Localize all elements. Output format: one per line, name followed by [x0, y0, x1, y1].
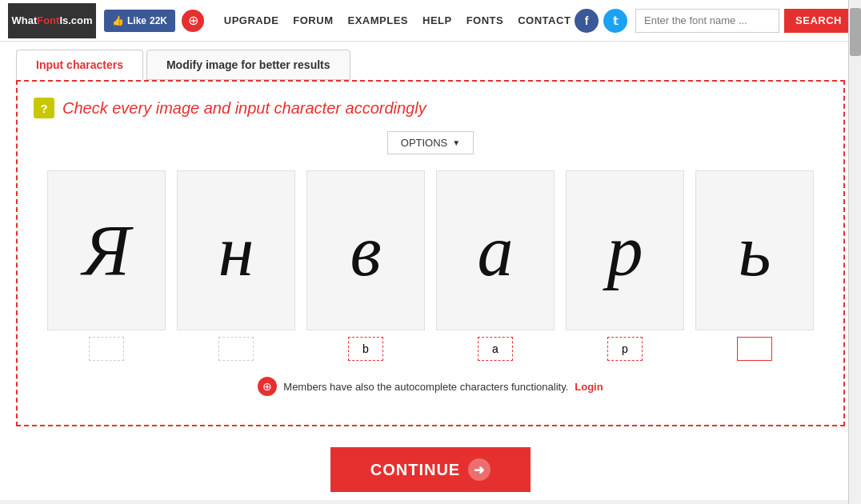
char-image-4: а [436, 170, 555, 330]
char-card-2: н [177, 170, 295, 361]
instruction-row: ? Check every image and input character … [34, 98, 827, 118]
char-input-5[interactable] [607, 337, 643, 361]
options-button[interactable]: OPTIONS ▼ [387, 131, 474, 154]
char-image-2: н [177, 170, 295, 330]
nav-fonts[interactable]: FONTS [467, 14, 504, 26]
char-glyph-2: н [218, 210, 254, 292]
char-card-5: р [566, 170, 684, 361]
char-glyph-5: р [607, 210, 643, 292]
char-input-wrap-6 [695, 337, 814, 361]
like-label: Like [127, 15, 146, 26]
char-input-wrap-2 [177, 337, 295, 361]
facebook-icon[interactable]: f [575, 9, 599, 33]
char-glyph-1: Я [82, 210, 130, 292]
char-image-6: ь [695, 170, 814, 330]
nav-help[interactable]: HELP [422, 14, 452, 26]
char-input-1[interactable] [89, 337, 124, 361]
main-content: Input characters Modify image for better… [0, 42, 861, 500]
member-symbol: ⊕ [188, 13, 198, 28]
char-glyph-6: ь [739, 210, 771, 292]
char-input-wrap-5 [566, 337, 684, 361]
char-glyph-4: а [478, 210, 514, 292]
thumbs-up-icon: 👍 [112, 15, 124, 26]
content-area: ? Check every image and input character … [16, 80, 845, 426]
arrow-circle-icon: ➜ [468, 458, 491, 481]
tab-modify-image[interactable]: Modify image for better results [146, 50, 350, 80]
login-link[interactable]: Login [575, 381, 603, 393]
char-image-5: р [566, 170, 684, 330]
scrollbar-thumb[interactable] [850, 8, 861, 56]
characters-grid: Я н в [34, 170, 827, 361]
search-button[interactable]: SEARCH [784, 9, 853, 33]
char-input-3[interactable] [348, 337, 383, 361]
instruction-text: Check every image and input character ac… [62, 99, 426, 118]
nav-examples[interactable]: EXAMPLES [347, 14, 408, 26]
char-card-3: в [306, 170, 425, 361]
continue-label: CONTINUE [370, 461, 460, 479]
dropdown-arrow-icon: ▼ [452, 138, 460, 147]
like-count: 22K [150, 15, 167, 26]
options-wrap: OPTIONS ▼ [34, 131, 827, 154]
nav-forum[interactable]: FORUM [293, 14, 333, 26]
char-input-wrap-4 [436, 337, 555, 361]
continue-button[interactable]: CONTINUE ➜ [330, 447, 531, 492]
tab-input-characters[interactable]: Input characters [16, 50, 143, 80]
member-note: ⊕ Members have also the autocomplete cha… [34, 377, 827, 396]
options-label: OPTIONS [401, 137, 448, 149]
char-card-1: Я [47, 170, 166, 361]
question-icon: ? [34, 98, 54, 118]
nav-upgrade[interactable]: UPGRADE [224, 14, 279, 26]
scrollbar-track[interactable] [848, 0, 861, 500]
twitter-icon[interactable]: 𝕥 [603, 9, 627, 33]
char-card-4: а [436, 170, 555, 361]
char-image-3: в [306, 170, 425, 330]
char-input-wrap-3 [306, 337, 425, 361]
member-note-icon: ⊕ [258, 377, 277, 396]
header: WhatFont Is.com 👍 Like 22K ⊕ UPGRADE FOR… [0, 0, 861, 42]
tab-bar: Input characters Modify image for better… [0, 42, 861, 80]
main-navigation: UPGRADE FORUM EXAMPLES HELP FONTS CONTAC… [220, 14, 575, 26]
char-input-6[interactable] [737, 337, 772, 361]
char-input-2[interactable] [218, 337, 254, 361]
facebook-like-button[interactable]: 👍 Like 22K [104, 10, 175, 32]
continue-wrap: CONTINUE ➜ [0, 434, 861, 500]
search-area: SEARCH [635, 9, 853, 33]
font-search-input[interactable] [635, 9, 779, 33]
logo[interactable]: WhatFont Is.com [8, 3, 96, 38]
char-glyph-3: в [350, 210, 381, 292]
char-input-wrap-1 [47, 337, 166, 361]
char-card-6: ь [695, 170, 814, 361]
nav-contact[interactable]: CONTACT [518, 14, 571, 26]
member-note-text: Members have also the autocomplete chara… [283, 381, 568, 393]
social-icons: f 𝕥 [575, 9, 627, 33]
char-input-4[interactable] [478, 337, 513, 361]
member-icon[interactable]: ⊕ [182, 10, 204, 32]
char-image-1: Я [47, 170, 166, 330]
logo-image: WhatFont Is.com [8, 3, 96, 38]
